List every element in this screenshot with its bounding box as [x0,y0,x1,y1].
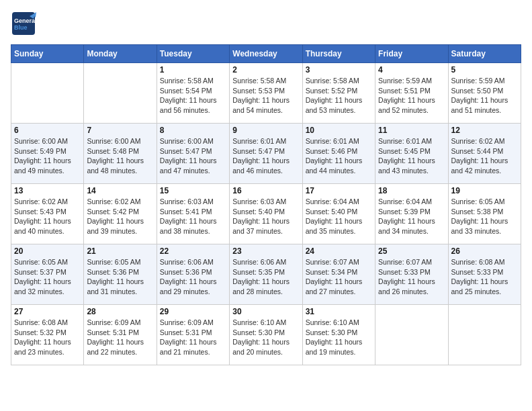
day-info: Sunrise: 6:10 AMSunset: 5:30 PMDaylight:… [232,318,299,357]
day-info: Sunrise: 6:06 AMSunset: 5:35 PMDaylight:… [232,257,299,297]
calendar-cell [375,305,448,365]
day-info: Sunrise: 6:05 AMSunset: 5:38 PMDaylight:… [451,197,518,236]
calendar-cell: 22Sunrise: 6:06 AMSunset: 5:36 PMDayligh… [157,244,229,305]
calendar-cell: 7Sunrise: 6:00 AMSunset: 5:48 PMDaylight… [84,124,157,184]
day-number: 25 [378,246,445,256]
day-info: Sunrise: 6:06 AMSunset: 5:36 PMDaylight:… [160,257,226,297]
weekday-header-saturday: Saturday [448,45,521,63]
calendar-cell: 16Sunrise: 6:03 AMSunset: 5:40 PMDayligh… [230,184,302,244]
day-number: 24 [306,246,372,256]
calendar-cell: 29Sunrise: 6:09 AMSunset: 5:31 PMDayligh… [157,305,229,365]
logo-icon: General Blue [11,11,36,39]
calendar-week-row: 13Sunrise: 6:02 AMSunset: 5:43 PMDayligh… [11,184,521,244]
day-info: Sunrise: 6:07 AMSunset: 5:34 PMDaylight:… [306,257,372,297]
day-number: 17 [306,186,372,195]
day-info: Sunrise: 6:04 AMSunset: 5:40 PMDaylight:… [306,197,372,236]
day-number: 21 [87,246,153,256]
calendar-cell [11,63,84,124]
calendar-cell: 3Sunrise: 5:58 AMSunset: 5:52 PMDaylight… [302,63,375,124]
calendar-cell: 18Sunrise: 6:04 AMSunset: 5:39 PMDayligh… [375,184,448,244]
day-info: Sunrise: 6:08 AMSunset: 5:33 PMDaylight:… [451,257,518,297]
day-info: Sunrise: 6:03 AMSunset: 5:40 PMDaylight:… [232,197,299,236]
calendar-cell: 9Sunrise: 6:01 AMSunset: 5:47 PMDaylight… [230,124,302,184]
calendar-week-row: 20Sunrise: 6:05 AMSunset: 5:37 PMDayligh… [11,244,521,305]
day-number: 13 [14,186,81,195]
calendar-cell: 26Sunrise: 6:08 AMSunset: 5:33 PMDayligh… [448,244,521,305]
calendar-cell: 8Sunrise: 6:00 AMSunset: 5:47 PMDaylight… [157,124,229,184]
calendar-cell: 20Sunrise: 6:05 AMSunset: 5:37 PMDayligh… [11,244,84,305]
calendar-cell: 19Sunrise: 6:05 AMSunset: 5:38 PMDayligh… [448,184,521,244]
day-info: Sunrise: 6:04 AMSunset: 5:39 PMDaylight:… [378,197,445,236]
calendar-cell: 5Sunrise: 5:59 AMSunset: 5:50 PMDaylight… [448,63,521,124]
day-number: 2 [232,65,299,75]
weekday-header-tuesday: Tuesday [157,45,229,63]
day-info: Sunrise: 6:09 AMSunset: 5:31 PMDaylight:… [87,318,153,357]
day-number: 16 [232,186,299,195]
calendar-cell [448,305,521,365]
calendar-cell: 11Sunrise: 6:01 AMSunset: 5:45 PMDayligh… [375,124,448,184]
day-number: 22 [160,246,226,256]
day-number: 26 [451,246,518,256]
day-number: 31 [306,307,372,316]
calendar-cell: 31Sunrise: 6:10 AMSunset: 5:30 PMDayligh… [302,305,375,365]
day-info: Sunrise: 6:02 AMSunset: 5:44 PMDaylight:… [451,136,518,176]
day-number: 15 [160,186,226,195]
calendar-cell: 27Sunrise: 6:08 AMSunset: 5:32 PMDayligh… [11,305,84,365]
calendar-cell: 10Sunrise: 6:01 AMSunset: 5:46 PMDayligh… [302,124,375,184]
day-info: Sunrise: 6:02 AMSunset: 5:43 PMDaylight:… [14,197,81,236]
calendar-cell: 1Sunrise: 5:58 AMSunset: 5:54 PMDaylight… [157,63,229,124]
calendar-cell [84,63,157,124]
calendar-cell: 2Sunrise: 5:58 AMSunset: 5:53 PMDaylight… [230,63,302,124]
day-number: 14 [87,186,153,195]
calendar-cell: 25Sunrise: 6:07 AMSunset: 5:33 PMDayligh… [375,244,448,305]
day-number: 9 [232,126,299,135]
day-number: 27 [14,307,81,316]
calendar-cell: 21Sunrise: 6:05 AMSunset: 5:36 PMDayligh… [84,244,157,305]
day-info: Sunrise: 5:58 AMSunset: 5:52 PMDaylight:… [306,76,372,116]
day-info: Sunrise: 6:07 AMSunset: 5:33 PMDaylight:… [378,257,445,297]
calendar-cell: 28Sunrise: 6:09 AMSunset: 5:31 PMDayligh… [84,305,157,365]
day-info: Sunrise: 6:01 AMSunset: 5:46 PMDaylight:… [306,136,372,176]
day-info: Sunrise: 6:03 AMSunset: 5:41 PMDaylight:… [160,197,226,236]
calendar-cell: 15Sunrise: 6:03 AMSunset: 5:41 PMDayligh… [157,184,229,244]
day-info: Sunrise: 6:05 AMSunset: 5:37 PMDaylight:… [14,257,81,297]
day-number: 5 [451,65,518,75]
calendar-cell: 13Sunrise: 6:02 AMSunset: 5:43 PMDayligh… [11,184,84,244]
day-info: Sunrise: 6:09 AMSunset: 5:31 PMDaylight:… [160,318,226,357]
day-number: 7 [87,126,153,135]
weekday-header-wednesday: Wednesday [230,45,302,63]
weekday-header-monday: Monday [84,45,157,63]
calendar-cell: 30Sunrise: 6:10 AMSunset: 5:30 PMDayligh… [230,305,302,365]
calendar-table: SundayMondayTuesdayWednesdayThursdayFrid… [11,44,521,365]
calendar-cell: 23Sunrise: 6:06 AMSunset: 5:35 PMDayligh… [230,244,302,305]
calendar-cell: 17Sunrise: 6:04 AMSunset: 5:40 PMDayligh… [302,184,375,244]
calendar-cell: 24Sunrise: 6:07 AMSunset: 5:34 PMDayligh… [302,244,375,305]
day-info: Sunrise: 6:05 AMSunset: 5:36 PMDaylight:… [87,257,153,297]
day-number: 12 [451,126,518,135]
day-info: Sunrise: 6:00 AMSunset: 5:49 PMDaylight:… [14,136,81,176]
calendar-week-row: 6Sunrise: 6:00 AMSunset: 5:49 PMDaylight… [11,124,521,184]
day-info: Sunrise: 5:59 AMSunset: 5:50 PMDaylight:… [451,76,518,116]
day-number: 29 [160,307,226,316]
calendar-cell: 12Sunrise: 6:02 AMSunset: 5:44 PMDayligh… [448,124,521,184]
day-number: 18 [378,186,445,195]
logo: General Blue [11,11,36,39]
day-number: 11 [378,126,445,135]
day-number: 28 [87,307,153,316]
day-number: 10 [306,126,372,135]
day-info: Sunrise: 5:59 AMSunset: 5:51 PMDaylight:… [378,76,445,116]
day-number: 19 [451,186,518,195]
svg-text:General: General [14,17,36,24]
day-info: Sunrise: 5:58 AMSunset: 5:53 PMDaylight:… [232,76,299,116]
day-info: Sunrise: 6:01 AMSunset: 5:45 PMDaylight:… [378,136,445,176]
weekday-header-friday: Friday [375,45,448,63]
weekday-header-sunday: Sunday [11,45,84,63]
day-number: 4 [378,65,445,75]
day-info: Sunrise: 6:10 AMSunset: 5:30 PMDaylight:… [306,318,372,357]
day-number: 23 [232,246,299,256]
day-info: Sunrise: 5:58 AMSunset: 5:54 PMDaylight:… [160,76,226,116]
day-number: 8 [160,126,226,135]
day-info: Sunrise: 6:00 AMSunset: 5:47 PMDaylight:… [160,136,226,176]
day-number: 20 [14,246,81,256]
calendar-cell: 6Sunrise: 6:00 AMSunset: 5:49 PMDaylight… [11,124,84,184]
